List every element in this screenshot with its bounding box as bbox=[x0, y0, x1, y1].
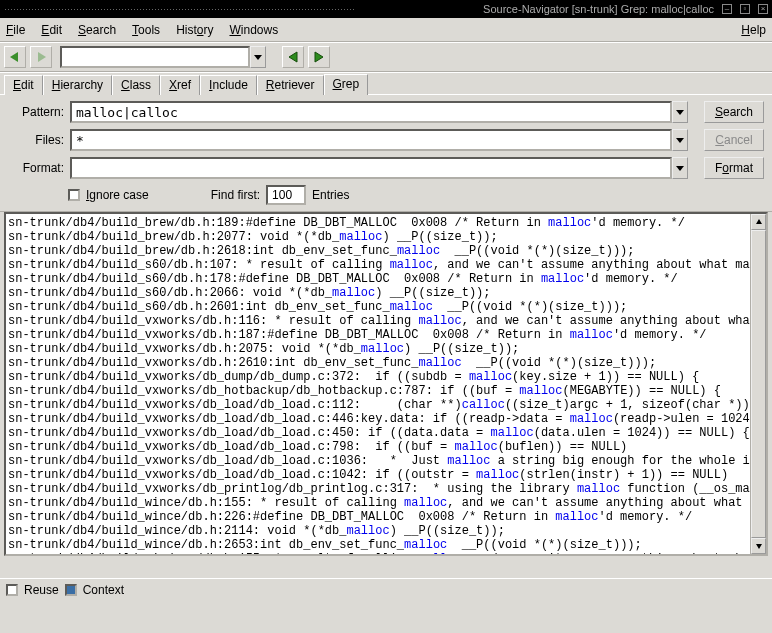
menu-windows[interactable]: Windows bbox=[229, 23, 278, 37]
maximize-icon[interactable]: ▫ bbox=[740, 4, 750, 14]
format-button[interactable]: Format bbox=[704, 157, 764, 179]
result-line[interactable]: sn-trunk/db4/build_vxworks/db_hotbackup/… bbox=[8, 384, 748, 398]
location-combo[interactable] bbox=[60, 46, 250, 68]
cancel-button: Cancel bbox=[704, 129, 764, 151]
grep-form-panel: Pattern: Search Files: Cancel Format: Fo… bbox=[0, 94, 772, 212]
result-line[interactable]: sn-trunk/db4/build_s60/db.h:2066: void *… bbox=[8, 286, 748, 300]
search-button[interactable]: Search bbox=[704, 101, 764, 123]
result-line[interactable]: sn-trunk/db4/build_s60/db.h:178:#define … bbox=[8, 272, 748, 286]
next-match-button[interactable] bbox=[308, 46, 330, 68]
files-input[interactable] bbox=[70, 129, 672, 151]
result-line[interactable]: sn-trunk/db4/build_vxworks/db_dump/db_du… bbox=[8, 370, 748, 384]
pattern-input[interactable] bbox=[70, 101, 672, 123]
context-checkbox[interactable] bbox=[65, 584, 77, 596]
files-dropdown[interactable] bbox=[672, 129, 688, 151]
svg-marker-4 bbox=[756, 219, 762, 224]
triangle-left-icon bbox=[286, 50, 300, 64]
result-line[interactable]: sn-trunk/db4/build_brew/db.h:2077: void … bbox=[8, 230, 748, 244]
nav-toolbar bbox=[0, 42, 772, 72]
result-line[interactable]: sn-trunk/db4/build_brew/db.h:2618:int db… bbox=[8, 244, 748, 258]
result-line[interactable]: sn-trunk/db4/build_s60/db.h:107: * resul… bbox=[8, 258, 748, 272]
chevron-down-icon bbox=[676, 166, 684, 171]
result-line[interactable]: sn-trunk/db4/build_vxworks/db.h:116: * r… bbox=[8, 314, 748, 328]
tab-retriever[interactable]: Retriever bbox=[257, 75, 324, 95]
minimize-icon[interactable]: – bbox=[722, 4, 732, 14]
ignore-case-label: Ignore case bbox=[86, 188, 149, 202]
arrow-left-green-icon bbox=[8, 50, 22, 64]
prev-match-button[interactable] bbox=[282, 46, 304, 68]
results-scrollbar[interactable] bbox=[750, 214, 766, 554]
result-line[interactable]: sn-trunk/db4/build_vxworks/db_load/db_lo… bbox=[8, 426, 748, 440]
location-combo-dropdown[interactable] bbox=[250, 46, 266, 68]
menubar: File Edit Search Tools History Windows H… bbox=[0, 18, 772, 42]
files-label: Files: bbox=[8, 133, 64, 147]
reuse-label: Reuse bbox=[24, 583, 59, 597]
result-line[interactable]: sn-trunk/db4/build_vxworks/db_load/db_lo… bbox=[8, 412, 748, 426]
result-line[interactable]: sn-trunk/db4/build_brew/db.h:189:#define… bbox=[8, 216, 748, 230]
svg-marker-0 bbox=[10, 52, 18, 62]
tab-include[interactable]: Include bbox=[200, 75, 257, 95]
context-label: Context bbox=[83, 583, 124, 597]
menu-help[interactable]: Help bbox=[741, 23, 766, 37]
tab-hierarchy[interactable]: Hierarchy bbox=[43, 75, 112, 95]
window-title: Source-Navigator [sn-trunk] Grep: malloc… bbox=[362, 3, 714, 15]
svg-marker-1 bbox=[38, 52, 46, 62]
result-line[interactable]: sn-trunk/db4/build_vxworks/db_load/db_lo… bbox=[8, 440, 748, 454]
arrow-right-green-icon bbox=[34, 50, 48, 64]
pattern-dropdown[interactable] bbox=[672, 101, 688, 123]
ignore-case-checkbox[interactable] bbox=[68, 189, 80, 201]
result-line[interactable]: sn-trunk/db4/build_vxworks/db_load/db_lo… bbox=[8, 468, 748, 482]
results-panel: sn-trunk/db4/build_brew/db.h:189:#define… bbox=[4, 212, 768, 556]
scroll-down-icon[interactable] bbox=[751, 538, 766, 554]
window-titlebar: Source-Navigator [sn-trunk] Grep: malloc… bbox=[0, 0, 772, 18]
format-label: Format: bbox=[8, 161, 64, 175]
result-line[interactable]: sn-trunk/db4/build_vxworks/db.h:2610:int… bbox=[8, 356, 748, 370]
result-line[interactable]: sn-trunk/db4/build_vxworks/db.h:187:#def… bbox=[8, 328, 748, 342]
tab-grep[interactable]: Grep bbox=[324, 74, 369, 95]
result-line[interactable]: sn-trunk/db4/build_wince/db.h:155: * res… bbox=[8, 496, 748, 510]
scroll-up-icon[interactable] bbox=[751, 214, 766, 230]
result-line[interactable]: sn-trunk/db4/build_windows/db.h:155: * r… bbox=[8, 552, 748, 554]
format-dropdown[interactable] bbox=[672, 157, 688, 179]
result-line[interactable]: sn-trunk/db4/build_wince/db.h:2114: void… bbox=[8, 524, 748, 538]
close-icon[interactable]: × bbox=[758, 4, 768, 14]
result-line[interactable]: sn-trunk/db4/build_wince/db.h:2653:int d… bbox=[8, 538, 748, 552]
view-tabbar: EditHierarchyClassXrefIncludeRetrieverGr… bbox=[0, 72, 772, 94]
result-line[interactable]: sn-trunk/db4/build_s60/db.h:2601:int db_… bbox=[8, 300, 748, 314]
tab-class[interactable]: Class bbox=[112, 75, 160, 95]
svg-marker-5 bbox=[756, 544, 762, 549]
statusbar: Reuse Context bbox=[0, 578, 772, 600]
result-line[interactable]: sn-trunk/db4/build_vxworks/db.h:2075: vo… bbox=[8, 342, 748, 356]
entries-label: Entries bbox=[312, 188, 349, 202]
svg-marker-3 bbox=[315, 52, 323, 62]
result-line[interactable]: sn-trunk/db4/build_wince/db.h:226:#defin… bbox=[8, 510, 748, 524]
chevron-down-icon bbox=[254, 55, 262, 60]
history-forward-button[interactable] bbox=[30, 46, 52, 68]
tab-xref[interactable]: Xref bbox=[160, 75, 200, 95]
chevron-down-icon bbox=[676, 138, 684, 143]
results-list[interactable]: sn-trunk/db4/build_brew/db.h:189:#define… bbox=[6, 214, 750, 554]
menu-search[interactable]: Search bbox=[78, 23, 116, 37]
result-line[interactable]: sn-trunk/db4/build_vxworks/db_printlog/d… bbox=[8, 482, 748, 496]
result-line[interactable]: sn-trunk/db4/build_vxworks/db_load/db_lo… bbox=[8, 398, 748, 412]
chevron-down-icon bbox=[676, 110, 684, 115]
find-first-input[interactable] bbox=[266, 185, 306, 205]
history-back-button[interactable] bbox=[4, 46, 26, 68]
pattern-label: Pattern: bbox=[8, 105, 64, 119]
svg-marker-2 bbox=[289, 52, 297, 62]
menu-edit[interactable]: Edit bbox=[41, 23, 62, 37]
format-input[interactable] bbox=[70, 157, 672, 179]
tab-edit[interactable]: Edit bbox=[4, 75, 43, 95]
menu-file[interactable]: File bbox=[6, 23, 25, 37]
find-first-label: Find first: bbox=[211, 188, 260, 202]
menu-history[interactable]: History bbox=[176, 23, 213, 37]
triangle-right-icon bbox=[312, 50, 326, 64]
menu-tools[interactable]: Tools bbox=[132, 23, 160, 37]
result-line[interactable]: sn-trunk/db4/build_vxworks/db_load/db_lo… bbox=[8, 454, 748, 468]
reuse-checkbox[interactable] bbox=[6, 584, 18, 596]
